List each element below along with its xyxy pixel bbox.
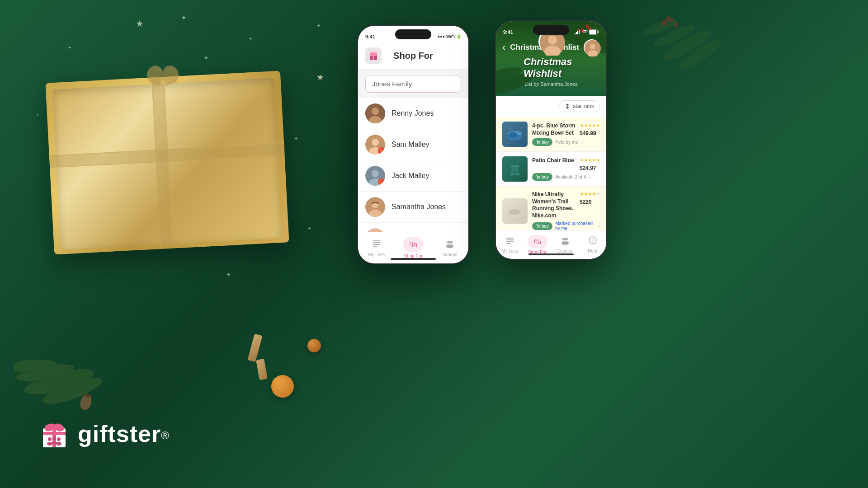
chevron-1: ›	[589, 174, 591, 181]
phone2-scroll-line	[528, 253, 574, 255]
svg-point-78	[590, 44, 595, 49]
product-stars-1: ★★★★★	[580, 157, 600, 163]
chevron-0: ›	[581, 139, 583, 146]
wifi-icon	[582, 30, 588, 34]
chair-icon	[506, 160, 524, 178]
svg-point-88	[539, 143, 540, 144]
avatar-renny	[365, 103, 385, 123]
help-icon: ?	[588, 236, 597, 247]
svg-point-56	[447, 241, 450, 244]
phone1-title: Shop For	[386, 51, 440, 61]
product-stars-2: ★★★★★	[580, 191, 600, 197]
tab-groups-label-2: Groups	[557, 249, 572, 253]
svg-point-59	[449, 244, 453, 248]
phone1-search-value: Jones Family	[372, 80, 412, 88]
cart-icon-1	[536, 175, 540, 179]
buy-label-0: buy	[542, 140, 549, 145]
product-thumb-1	[502, 156, 528, 182]
pine-branch-left	[14, 348, 104, 416]
svg-rect-55	[373, 246, 377, 247]
person-item-sam[interactable]: 🎁 Sam Malley	[358, 129, 468, 160]
svg-point-26	[56, 442, 61, 446]
buy-button-1[interactable]: buy	[532, 173, 552, 181]
svg-point-23	[52, 436, 56, 440]
ornament-copper	[271, 375, 294, 398]
avatar-samantha	[365, 197, 385, 217]
chevron-2: ›	[598, 222, 600, 230]
product-info-0: 4-pc. Blue Storm Mixing Bowl Set ★★★★★ $…	[532, 122, 600, 146]
groups-icon-2	[561, 236, 570, 247]
product-status-1: Available 2 of 4	[555, 174, 586, 179]
product-right-2: ★★★★★ $220	[580, 191, 600, 205]
buy-button-0[interactable]: buy	[532, 138, 552, 146]
sort-button[interactable]: star rank	[558, 100, 600, 112]
shop-for-icon: 🛍	[409, 240, 417, 249]
giftster-logo-icon	[36, 416, 72, 452]
person-item-samantha[interactable]: Samantha Jones	[358, 192, 468, 223]
phone2-status-icons	[575, 29, 599, 35]
phone1-time: 9:41	[365, 34, 375, 39]
bow	[147, 63, 179, 86]
phone2-notch	[533, 25, 569, 35]
avatar-sam: 🎁	[365, 135, 385, 155]
person-item-jack[interactable]: 🎁 Jack Malley	[358, 160, 468, 192]
cart-icon-0	[536, 140, 540, 145]
avatar-samantha-svg	[365, 197, 385, 217]
svg-point-87	[538, 143, 538, 144]
product-item-1[interactable]: Patio Chair Blue ★★★★★ $24.97 buy Availa…	[496, 152, 606, 187]
back-button[interactable]: ‹	[502, 42, 505, 53]
tab-my-lists-label-2: My Lists	[501, 249, 518, 253]
wishlist-owner-label: List by Samantha Jones	[524, 81, 577, 87]
svg-point-115	[564, 241, 569, 245]
avatar-jack-badge: 🎁	[378, 178, 385, 186]
svg-rect-111	[506, 243, 511, 244]
tab-my-lists-2[interactable]: My Lists	[496, 232, 524, 257]
product-stars-0: ★★★★★	[580, 122, 600, 128]
app-logo-badge	[365, 47, 382, 64]
tab-groups-1[interactable]: Groups	[432, 235, 468, 261]
logo-text: giftster®	[78, 420, 169, 447]
product-thumb-2	[502, 198, 528, 224]
svg-rect-93	[510, 174, 519, 175]
battery-icon	[589, 29, 599, 35]
tab-groups-label-1: Groups	[443, 252, 458, 257]
svg-point-4	[662, 20, 667, 25]
avatar-renny-svg	[365, 103, 385, 123]
svg-point-41	[372, 170, 379, 177]
svg-rect-73	[579, 30, 580, 34]
product-thumb-0	[502, 122, 528, 147]
shoe-icon	[506, 202, 524, 220]
wishlist-title-display: Christmas Wishlist	[524, 56, 579, 80]
svg-rect-53	[373, 242, 380, 243]
groups-icon-1	[445, 239, 455, 251]
phone2-screen: 9:41 ‹ Christmas Wishlist	[496, 21, 606, 259]
my-lists-icon-2	[505, 236, 514, 247]
product-item-0[interactable]: 4-pc. Blue Storm Mixing Bowl Set ★★★★★ $…	[496, 117, 606, 152]
svg-point-113	[565, 238, 568, 240]
product-info-1: Patio Chair Blue ★★★★★ $24.97 buy Availa…	[532, 157, 600, 181]
tab-my-lists-1[interactable]: My Lists	[358, 235, 395, 261]
person-name-sam: Sam Malley	[392, 141, 429, 149]
svg-point-86	[509, 132, 518, 138]
product-info-2: Nike Ultrafly Women's Trail Running Shoe…	[532, 191, 600, 231]
product-item-2[interactable]: Nike Ultrafly Women's Trail Running Shoe…	[496, 187, 606, 236]
svg-point-7	[674, 23, 678, 27]
product-status-0: Held by me	[555, 140, 578, 145]
buy-label-2: buy	[542, 224, 549, 229]
phone1-screen: 9:41 ●●● WiFi 🔋 Shop For	[358, 26, 468, 263]
svg-point-97	[509, 211, 521, 215]
svg-rect-18	[43, 432, 66, 435]
app-logo-icon	[367, 49, 380, 62]
tab-help-label: Help	[588, 249, 597, 253]
shop-for-active-bg-2: 🛍	[528, 235, 547, 249]
phone1-notch	[395, 29, 431, 39]
tab-my-lists-label-1: My Lists	[368, 252, 385, 257]
phone1-search-bar[interactable]: Jones Family	[365, 75, 461, 93]
buy-button-2[interactable]: buy	[532, 222, 552, 230]
svg-rect-108	[506, 238, 514, 239]
tab-help-2[interactable]: ? Help	[579, 232, 606, 257]
sort-bar: star rank	[496, 96, 606, 117]
svg-point-95	[539, 178, 540, 179]
person-item-renny[interactable]: Renny Jones	[358, 98, 468, 129]
avatar-jack: 🎁	[365, 166, 385, 186]
